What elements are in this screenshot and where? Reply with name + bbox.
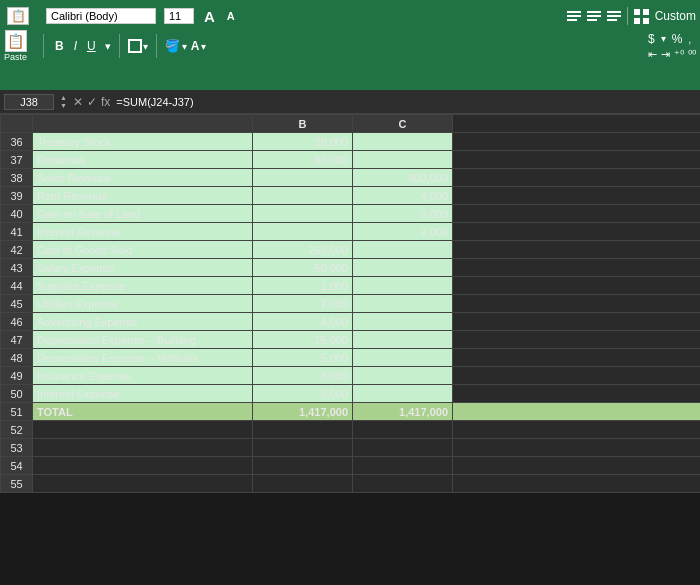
label-cell[interactable]: Depreciation Expense – Building — [33, 331, 253, 349]
c-value-cell[interactable] — [353, 421, 453, 439]
c-value-cell[interactable] — [353, 151, 453, 169]
col-c-header[interactable]: C — [353, 115, 453, 133]
b-value-cell[interactable]: 1,000 — [253, 277, 353, 295]
label-cell[interactable]: Gain on Sale of Land — [33, 205, 253, 223]
b-value-cell[interactable] — [253, 475, 353, 493]
underline-dropdown[interactable]: ▾ — [105, 40, 111, 53]
b-value-cell[interactable] — [253, 421, 353, 439]
table-row[interactable]: 41Interest Revenue2,000 — [1, 223, 701, 241]
c-value-cell[interactable] — [353, 331, 453, 349]
table-row[interactable]: 38Sales Revenue900,000 — [1, 169, 701, 187]
cell-reference-input[interactable] — [4, 94, 54, 110]
label-cell[interactable]: Salary Expense — [33, 259, 253, 277]
c-value-cell[interactable] — [353, 385, 453, 403]
c-value-cell[interactable]: 2,000 — [353, 223, 453, 241]
b-value-cell[interactable]: 7,000 — [253, 295, 353, 313]
label-cell[interactable]: Treasury Stock — [33, 133, 253, 151]
indent-right-button[interactable]: ⇥ — [661, 48, 670, 61]
table-row[interactable]: 52 — [1, 421, 701, 439]
paste-button[interactable]: 📋 Paste — [4, 30, 27, 62]
table-row[interactable]: 49Insurance Expense8,000 — [1, 367, 701, 385]
font-grow-button[interactable]: A — [202, 8, 217, 25]
label-cell[interactable]: Interest Revenue — [33, 223, 253, 241]
b-value-cell[interactable] — [253, 223, 353, 241]
percent-sign[interactable]: % — [672, 32, 683, 46]
table-row[interactable]: 36Treasury Stock30,000 — [1, 133, 701, 151]
dollar-dropdown[interactable]: ▾ — [661, 33, 666, 44]
label-cell[interactable]: Utilities Expense — [33, 295, 253, 313]
formula-input[interactable]: =SUM(J24-J37) — [116, 96, 696, 108]
align-right-icon[interactable] — [607, 11, 621, 21]
b-value-cell[interactable]: 8,000 — [253, 367, 353, 385]
bold-button[interactable]: B — [52, 37, 67, 55]
label-cell[interactable]: TOTAL — [33, 403, 253, 421]
b-value-cell[interactable] — [253, 439, 353, 457]
c-value-cell[interactable] — [353, 313, 453, 331]
fx-cancel-icon[interactable]: ✕ — [73, 95, 83, 109]
c-value-cell[interactable] — [353, 295, 453, 313]
c-value-cell[interactable]: 4,000 — [353, 187, 453, 205]
font-color-dropdown[interactable]: ▾ — [201, 41, 206, 52]
table-row[interactable]: 47Depreciation Expense – Building15,000 — [1, 331, 701, 349]
c-value-cell[interactable] — [353, 349, 453, 367]
border-dropdown[interactable]: ▾ — [143, 41, 148, 52]
b-value-cell[interactable] — [253, 457, 353, 475]
label-cell[interactable]: Insurance Expense — [33, 367, 253, 385]
font-name-input[interactable] — [46, 8, 156, 24]
c-value-cell[interactable] — [353, 277, 453, 295]
table-row[interactable]: 37Dividends80,000 — [1, 151, 701, 169]
label-cell[interactable]: Rent Revenue — [33, 187, 253, 205]
fx-icon[interactable]: fx — [101, 95, 110, 109]
table-row[interactable]: 48Depreciation Expense – Vehicles5,000 — [1, 349, 701, 367]
table-row[interactable]: 54 — [1, 457, 701, 475]
b-value-cell[interactable]: 5,000 — [253, 349, 353, 367]
italic-button[interactable]: I — [71, 37, 80, 55]
b-value-cell[interactable]: 5,000 — [253, 385, 353, 403]
label-cell[interactable] — [33, 457, 253, 475]
fill-color-dropdown[interactable]: ▾ — [182, 41, 187, 52]
c-value-cell[interactable]: 6,000 — [353, 205, 453, 223]
label-cell[interactable]: Advertising Expense — [33, 313, 253, 331]
indent-left-button[interactable]: ⇤ — [648, 48, 657, 61]
label-cell[interactable]: Dividends — [33, 151, 253, 169]
border-button[interactable]: ▾ — [128, 39, 148, 53]
c-value-cell[interactable] — [353, 367, 453, 385]
b-value-cell[interactable]: 15,000 — [253, 331, 353, 349]
b-value-cell[interactable]: 4,000 — [253, 313, 353, 331]
col-b-header[interactable]: B — [253, 115, 353, 133]
table-row[interactable]: 39Rent Revenue4,000 — [1, 187, 701, 205]
label-cell[interactable] — [33, 421, 253, 439]
font-color-button[interactable]: A ▾ — [191, 39, 207, 53]
label-cell[interactable]: Interest Expense — [33, 385, 253, 403]
c-value-cell[interactable] — [353, 259, 453, 277]
b-value-cell[interactable]: 80,000 — [253, 151, 353, 169]
table-row[interactable]: 55 — [1, 475, 701, 493]
col-a-header[interactable] — [33, 115, 253, 133]
grid-view-icon[interactable] — [634, 9, 649, 24]
align-left-icon[interactable] — [567, 11, 581, 21]
c-value-cell[interactable] — [353, 475, 453, 493]
label-cell[interactable]: Depreciation Expense – Vehicles — [33, 349, 253, 367]
c-value-cell[interactable]: 900,000 — [353, 169, 453, 187]
table-row[interactable]: 46Advertising Expense4,000 — [1, 313, 701, 331]
c-value-cell[interactable] — [353, 439, 453, 457]
b-value-cell[interactable] — [253, 187, 353, 205]
table-row[interactable]: 42Cost of Goods Sold265,000 — [1, 241, 701, 259]
b-value-cell[interactable]: 265,000 — [253, 241, 353, 259]
table-row[interactable]: 45Utilities Expense7,000 — [1, 295, 701, 313]
table-row[interactable]: 53 — [1, 439, 701, 457]
dollar-sign[interactable]: $ — [648, 32, 655, 46]
c-value-cell[interactable] — [353, 457, 453, 475]
b-value-cell[interactable]: 30,000 — [253, 133, 353, 151]
underline-button[interactable]: U — [84, 37, 99, 55]
c-value-cell[interactable]: 1,417,000 — [353, 403, 453, 421]
align-center-icon[interactable] — [587, 11, 601, 21]
font-shrink-button[interactable]: A — [225, 10, 237, 22]
label-cell[interactable] — [33, 475, 253, 493]
fraction-icon2[interactable]: ⁰⁰ — [688, 48, 696, 61]
c-value-cell[interactable] — [353, 241, 453, 259]
b-value-cell[interactable]: 50,000 — [253, 259, 353, 277]
fx-confirm-icon[interactable]: ✓ — [87, 95, 97, 109]
table-row[interactable]: 51TOTAL1,417,0001,417,000 — [1, 403, 701, 421]
font-size-input[interactable] — [164, 8, 194, 24]
